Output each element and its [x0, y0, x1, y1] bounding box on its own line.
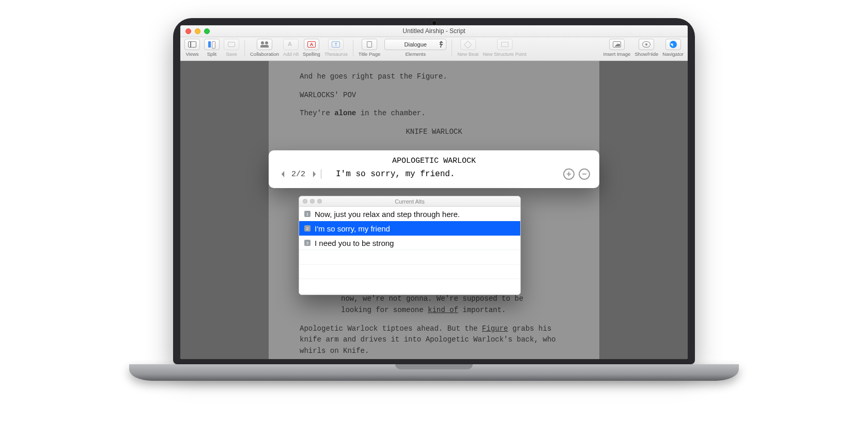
eye-icon	[642, 41, 650, 48]
new-structure-point-button[interactable]	[497, 39, 513, 50]
elements-value: Dialogue	[405, 41, 427, 48]
save-label: Save	[226, 51, 237, 57]
alts-panel-titlebar: Current Alts	[299, 196, 520, 207]
save-button[interactable]	[224, 39, 239, 50]
window-controls	[180, 28, 210, 34]
title-page-button[interactable]	[362, 39, 377, 50]
toolbar: Views Split Save Collaboration Add	[180, 37, 688, 61]
page-icon	[365, 41, 374, 48]
camera-icon	[432, 21, 436, 25]
action-line: And he goes right past the Figure.	[300, 71, 568, 83]
elements-label: Elements	[405, 51, 426, 57]
next-alt-button[interactable]	[309, 169, 319, 179]
navigator-icon	[670, 41, 677, 48]
thesaurus-button[interactable]	[328, 39, 344, 50]
navigator-button[interactable]	[665, 39, 681, 50]
new-beat-button[interactable]	[460, 39, 476, 50]
panel-window-controls	[299, 199, 322, 204]
panel-minimize-icon[interactable]	[310, 199, 315, 204]
alt-item-number: 2	[304, 225, 311, 231]
alt-counter: 2/2	[291, 170, 305, 179]
alt-list-item[interactable]: 1Now, just you relax and step through he…	[299, 207, 520, 221]
alt-list-item[interactable]: 2I'm so sorry, my friend	[299, 221, 520, 236]
new-beat-label: New Beat	[457, 51, 478, 57]
add-alt-icon	[287, 41, 295, 48]
views-icon	[188, 41, 196, 48]
laptop-frame: Untitled Airship - Script Views Split Sa…	[129, 18, 739, 411]
collaboration-icon	[260, 41, 269, 48]
show-hide-label: Show/Hide	[634, 51, 658, 57]
laptop-notch	[395, 364, 473, 369]
alt-list-item[interactable]: 3I need you to be strong	[299, 236, 520, 250]
alt-item-text: I'm so sorry, my friend	[315, 224, 390, 233]
insert-image-label: Insert Image	[603, 51, 631, 57]
toolbar-separator	[244, 40, 245, 56]
diamond-icon	[464, 40, 472, 49]
spelling-button[interactable]	[304, 39, 319, 50]
chevron-updown-icon	[439, 41, 443, 46]
image-icon	[613, 41, 621, 48]
thesaurus-icon	[332, 41, 340, 48]
add-alt-plus-button[interactable]: +	[563, 168, 575, 180]
alts-panel-title: Current Alts	[299, 198, 520, 205]
alt-item-text: I need you to be strong	[315, 239, 394, 247]
alt-item-number: 1	[304, 211, 311, 217]
views-button[interactable]	[184, 39, 200, 50]
window-titlebar: Untitled Airship - Script	[180, 25, 688, 37]
add-alt-button[interactable]	[283, 39, 299, 50]
toolbar-separator	[353, 40, 353, 56]
prev-alt-button[interactable]	[278, 169, 287, 179]
split-button[interactable]	[204, 39, 220, 50]
screen: Untitled Airship - Script Views Split Sa…	[180, 25, 688, 359]
minimize-icon[interactable]	[195, 28, 200, 34]
navigator-label: Navigator	[662, 51, 684, 57]
collaboration-label: Collaboration	[250, 51, 279, 57]
panel-close-icon[interactable]	[303, 199, 307, 204]
collaboration-button[interactable]	[257, 39, 272, 50]
box-icon	[501, 41, 509, 48]
alt-character-name: APOLOGETIC WARLOCK	[278, 157, 590, 165]
character-name: KNIFE WARLOCK	[300, 127, 568, 138]
alt-item-number: 3	[304, 240, 311, 246]
toolbar-separator	[452, 40, 452, 56]
insert-image-button[interactable]	[609, 39, 625, 50]
laptop-base	[129, 364, 739, 381]
add-alt-label: Add Alt	[283, 51, 299, 57]
chevron-right-icon	[312, 171, 317, 178]
remove-alt-minus-button[interactable]: −	[579, 168, 590, 180]
spelling-label: Spelling	[303, 51, 320, 57]
zoom-icon[interactable]	[204, 28, 210, 34]
current-alts-panel: Current Alts 1Now, just you relax and st…	[299, 196, 521, 295]
title-page-label: Title Page	[359, 51, 380, 57]
close-icon[interactable]	[185, 28, 191, 34]
spelling-icon	[307, 41, 316, 48]
alts-list: 1Now, just you relax and step through he…	[299, 207, 520, 295]
shot-line: WARLOCKS' POV	[300, 90, 568, 101]
panel-zoom-icon[interactable]	[317, 199, 322, 204]
action-line: Apologetic Warlock tiptoes ahead. But th…	[300, 323, 568, 357]
views-label: Views	[185, 51, 198, 57]
alt-editor-popover: APOLOGETIC WARLOCK 2/2 I'm so sorry, my …	[269, 150, 599, 188]
alt-item-text: Now, just you relax and step through her…	[315, 210, 460, 219]
alt-dialogue-input[interactable]: I'm so sorry, my friend.	[321, 169, 558, 179]
laptop-lid: Untitled Airship - Script Views Split Sa…	[173, 18, 695, 364]
split-label: Split	[207, 51, 216, 57]
save-icon	[227, 41, 236, 48]
chevron-left-icon	[281, 171, 285, 178]
new-structure-point-label: New Structure Point	[483, 51, 526, 57]
action-line: They're alone in the chamber.	[300, 108, 568, 119]
thesaurus-label: Thesaurus	[324, 51, 348, 57]
elements-select[interactable]: Dialogue	[384, 39, 446, 50]
show-hide-button[interactable]	[639, 39, 654, 50]
window-title: Untitled Airship - Script	[180, 27, 688, 35]
split-icon	[208, 41, 216, 48]
